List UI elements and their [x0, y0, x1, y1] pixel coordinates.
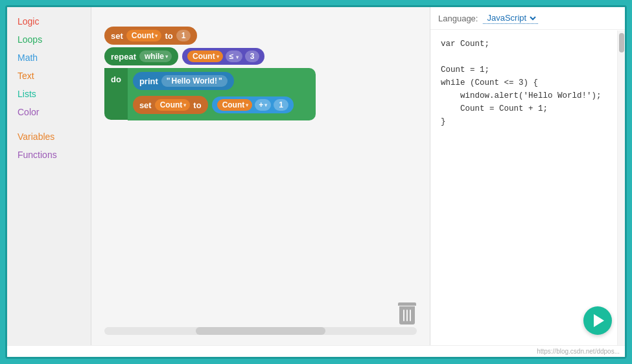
trash-line-1	[403, 310, 404, 321]
bottom-url: https://blog.csdn.net/ddpos...	[7, 345, 625, 357]
math-block[interactable]: Count ▾ + ▾ 1	[212, 97, 294, 113]
do-label: do	[104, 68, 128, 120]
set-block-2[interactable]: set Count ▾ to	[133, 96, 208, 114]
sidebar-item-variables[interactable]: Variables	[7, 128, 91, 146]
repeat-keyword: repeat	[111, 52, 136, 62]
language-select[interactable]: JavaScript	[483, 12, 538, 24]
sidebar-item-lists[interactable]: Lists	[7, 85, 91, 103]
trash-icon[interactable]	[397, 302, 417, 326]
canvas-h-scrollbar-thumb	[196, 327, 325, 335]
sidebar-item-loops[interactable]: Loops	[7, 30, 91, 49]
play-icon	[594, 314, 604, 327]
set-keyword-2: set	[139, 100, 152, 110]
blocks-area: set Count ▾ to 1 repeat	[104, 27, 316, 120]
math-var-arrow: ▾	[246, 102, 248, 108]
sidebar-item-color[interactable]: Color	[7, 103, 91, 121]
compare-value[interactable]: 3	[245, 51, 260, 62]
set-variable-1[interactable]: Count ▾	[126, 30, 162, 41]
sidebar-divider	[7, 121, 91, 128]
quote-close: "	[218, 76, 222, 85]
set-block-1-row: set Count ▾ to 1	[104, 27, 316, 45]
sidebar-item-text[interactable]: Text	[7, 67, 91, 85]
code-body: var Count; Count = 1; while (Count <= 3)…	[430, 30, 625, 345]
code-v-scrollbar-thumb	[619, 33, 624, 52]
main-area: Logic Loops Math Text Lists Color Variab…	[7, 7, 625, 345]
trash-lid	[398, 302, 416, 306]
do-body: print " Hello World! "	[128, 68, 316, 120]
sidebar-item-logic[interactable]: Logic	[7, 12, 91, 30]
set-value-1[interactable]: 1	[176, 30, 191, 41]
language-label: Language:	[438, 14, 478, 23]
set-var-arrow-1: ▾	[155, 33, 158, 39]
repeat-block-row: repeat while ▾ Count ▾	[104, 47, 316, 65]
math-op-arrow: ▾	[264, 102, 267, 108]
set-block-2-row: set Count ▾ to	[133, 96, 310, 114]
sidebar-item-functions[interactable]: Functions	[7, 146, 91, 164]
quote-open: "	[167, 76, 170, 85]
print-block-row: print " Hello World! "	[133, 72, 310, 90]
block-canvas: set Count ▾ to 1 repeat	[91, 7, 430, 345]
trash-line-3	[410, 310, 411, 321]
math-op[interactable]: + ▾	[255, 99, 271, 111]
do-container: do print " Hello World! "	[104, 68, 316, 120]
compare-var-arrow: ▾	[217, 54, 219, 60]
math-var[interactable]: Count ▾	[217, 99, 253, 111]
set-block-1[interactable]: set Count ▾ to 1	[104, 27, 197, 45]
code-header: Language: JavaScript	[430, 7, 625, 30]
compare-op[interactable]: ≤ ▾	[226, 51, 242, 62]
sidebar: Logic Loops Math Text Lists Color Variab…	[7, 7, 91, 345]
code-v-scrollbar[interactable]	[617, 30, 625, 345]
string-value: Hello World!	[171, 76, 217, 85]
app-container: Logic Loops Math Text Lists Color Variab…	[5, 5, 627, 359]
set-variable-2[interactable]: Count ▾	[155, 99, 191, 111]
canvas-h-scrollbar[interactable]	[104, 327, 417, 335]
trash-body	[399, 306, 415, 324]
set-to-2: to	[193, 100, 201, 110]
sidebar-item-math[interactable]: Math	[7, 49, 91, 67]
set-var-arrow-2: ▾	[183, 102, 186, 108]
set-keyword-1: set	[111, 31, 123, 41]
while-arrow: ▾	[165, 54, 168, 60]
repeat-block[interactable]: repeat while ▾	[104, 47, 178, 65]
op-arrow: ▾	[236, 54, 239, 60]
trash-line-2	[406, 310, 408, 321]
play-button[interactable]	[583, 306, 612, 335]
repeat-while-container: repeat while ▾ Count ▾	[104, 47, 316, 120]
print-keyword: print	[139, 76, 158, 86]
string-block[interactable]: " Hello World! "	[161, 75, 228, 87]
set-to-1: to	[165, 31, 172, 41]
compare-var[interactable]: Count ▾	[187, 51, 223, 62]
compare-block[interactable]: Count ▾ ≤ ▾ 3	[182, 48, 264, 65]
print-block[interactable]: print " Hello World! "	[133, 72, 234, 90]
while-dropdown[interactable]: while ▾	[139, 51, 172, 62]
math-value[interactable]: 1	[274, 99, 288, 111]
code-panel: Language: JavaScript var Count; Count = …	[430, 7, 625, 345]
